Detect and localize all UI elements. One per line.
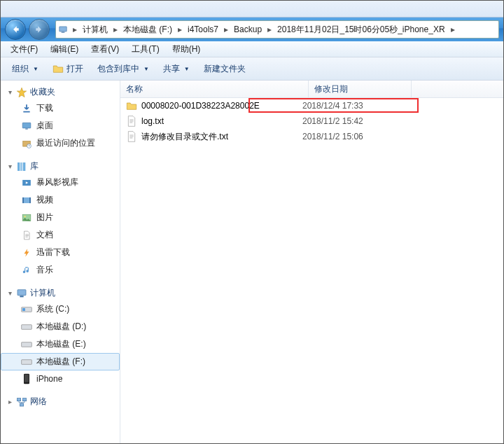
menu-view[interactable]: 查看(V)	[85, 42, 125, 57]
collapse-icon: ▾	[6, 290, 13, 297]
pictures-icon	[21, 212, 32, 223]
svg-point-14	[24, 216, 26, 217]
collapse-icon: ▾	[6, 163, 13, 170]
sidebar-item-baofeng[interactable]: 暴风影视库	[1, 174, 120, 191]
folder-open-icon	[52, 63, 64, 74]
file-date: 2018/12/4 17:33	[297, 101, 388, 111]
favorites-label: 收藏夹	[30, 86, 55, 98]
titlebar-obscured	[1, 1, 503, 18]
svg-rect-16	[20, 296, 23, 297]
documents-icon	[21, 230, 32, 241]
svg-rect-12	[29, 197, 31, 202]
network-label: 网络	[30, 396, 47, 408]
breadcrumb-segment[interactable]: i4Tools7	[185, 25, 221, 34]
chevron-down-icon: ▼	[144, 66, 149, 72]
xunlei-icon	[21, 247, 32, 258]
newfolder-label: 新建文件夹	[204, 63, 246, 75]
nav-pane[interactable]: ▾ 收藏夹 下载 桌面 最近访问的位置 ▾ 库 暴风影视库 视频 图片 文档 迅…	[1, 81, 120, 443]
sidebar-item-label: 下载	[36, 102, 53, 114]
sidebar-item-drive-d[interactable]: 本地磁盘 (D:)	[1, 318, 120, 335]
breadcrumb-segment[interactable]: 2018年11月02日_15时06分05秒_iPhone_XR	[274, 24, 448, 36]
share-button[interactable]: 共享▼	[158, 61, 195, 77]
sidebar-item-desktop[interactable]: 桌面	[1, 117, 120, 134]
network-header[interactable]: ▸ 网络	[1, 394, 120, 409]
favorites-header[interactable]: ▾ 收藏夹	[1, 85, 120, 99]
folder-icon	[126, 100, 137, 111]
svg-rect-11	[22, 197, 24, 202]
file-date: 2018/11/2 15:42	[297, 116, 388, 126]
svg-rect-3	[25, 128, 28, 129]
sidebar-item-label: 暴风影视库	[36, 176, 78, 188]
sidebar-item-label: 本地磁盘 (D:)	[36, 321, 86, 333]
back-button[interactable]	[5, 19, 26, 40]
sidebar-item-label: 文档	[36, 229, 53, 241]
menu-file[interactable]: 文件(F)	[5, 42, 43, 57]
sidebar-item-label: 本地磁盘 (E:)	[36, 338, 86, 350]
video-icon	[21, 195, 32, 206]
video-lib-icon	[21, 177, 32, 188]
menu-tools[interactable]: 工具(T)	[126, 42, 164, 57]
chevron-right-icon: ▸	[175, 25, 185, 34]
chevron-right-icon: ▸	[448, 25, 458, 34]
open-button[interactable]: 打开	[47, 61, 89, 77]
sidebar-item-videos[interactable]: 视频	[1, 191, 120, 209]
file-name: log.txt	[141, 116, 164, 126]
sidebar-item-label: 系统 (C:)	[36, 303, 69, 315]
svg-rect-25	[22, 398, 26, 401]
body-split: ▾ 收藏夹 下载 桌面 最近访问的位置 ▾ 库 暴风影视库 视频 图片 文档 迅…	[1, 81, 503, 443]
organize-label: 组织	[12, 63, 29, 75]
chevron-right-icon: ▸	[265, 25, 274, 34]
menu-help[interactable]: 帮助(H)	[167, 42, 206, 57]
organize-button[interactable]: 组织▼	[6, 61, 44, 77]
list-item[interactable]: log.txt 2018/11/2 15:42	[120, 113, 503, 129]
chevron-right-icon: ▸	[221, 25, 231, 34]
column-name[interactable]: 名称	[120, 81, 309, 97]
drive-sys-icon	[21, 304, 32, 315]
drive-icon	[21, 356, 32, 368]
text-file-icon	[126, 116, 137, 127]
arrow-left-icon	[10, 25, 20, 34]
favorites-group: ▾ 收藏夹 下载 桌面 最近访问的位置	[1, 85, 120, 152]
sidebar-item-music[interactable]: 音乐	[1, 261, 120, 279]
svg-rect-15	[18, 289, 26, 295]
computer-header[interactable]: ▾ 计算机	[1, 286, 120, 300]
sidebar-item-drive-f[interactable]: 本地磁盘 (F:)	[1, 353, 120, 370]
breadcrumb-segment[interactable]: 本地磁盘 (F:)	[120, 24, 175, 36]
list-item[interactable]: 请勿修改目录或文件.txt 2018/11/2 15:06	[120, 129, 503, 144]
sidebar-item-iphone[interactable]: iPhone	[1, 370, 120, 387]
sidebar-item-label: 图片	[36, 211, 53, 223]
column-date[interactable]: 修改日期	[309, 81, 412, 97]
sidebar-item-drive-c[interactable]: 系统 (C:)	[1, 300, 120, 318]
drive-icon	[21, 339, 32, 350]
svg-rect-21	[22, 359, 32, 364]
nav-bar: ▸ 计算机 ▸ 本地磁盘 (F:) ▸ i4Tools7 ▸ Backup ▸ …	[1, 18, 503, 41]
svg-rect-10	[22, 197, 31, 202]
svg-rect-24	[17, 398, 20, 401]
sidebar-item-downloads[interactable]: 下载	[1, 99, 120, 117]
command-bar: 组织▼ 打开 包含到库中▼ 共享▼ 新建文件夹	[1, 57, 503, 81]
include-button[interactable]: 包含到库中▼	[92, 61, 155, 77]
sidebar-item-label: iPhone	[36, 374, 62, 384]
sidebar-item-documents[interactable]: 文档	[1, 226, 120, 244]
svg-rect-18	[22, 308, 25, 311]
libraries-header[interactable]: ▾ 库	[1, 159, 120, 174]
sidebar-item-drive-e[interactable]: 本地磁盘 (E:)	[1, 335, 120, 353]
breadcrumb-segment[interactable]: 计算机	[80, 24, 111, 36]
file-rows[interactable]: 00008020-001D38223A28002E 2018/12/4 17:3…	[120, 98, 503, 443]
star-icon	[16, 87, 27, 98]
collapse-icon: ▾	[6, 89, 13, 96]
sidebar-item-xunlei[interactable]: 迅雷下载	[1, 244, 120, 261]
explorer-window: ▸ 计算机 ▸ 本地磁盘 (F:) ▸ i4Tools7 ▸ Backup ▸ …	[0, 0, 504, 444]
breadcrumb[interactable]: ▸ 计算机 ▸ 本地磁盘 (F:) ▸ i4Tools7 ▸ Backup ▸ …	[55, 20, 499, 39]
list-item[interactable]: 00008020-001D38223A28002E 2018/12/4 17:3…	[120, 98, 503, 113]
sidebar-item-recent[interactable]: 最近访问的位置	[1, 134, 120, 152]
breadcrumb-segment[interactable]: Backup	[231, 25, 265, 34]
iphone-icon	[21, 373, 32, 384]
menu-edit[interactable]: 编辑(E)	[45, 42, 84, 57]
forward-button[interactable]	[29, 19, 50, 40]
chevron-right-icon: ▸	[111, 25, 120, 34]
svg-rect-7	[20, 162, 22, 171]
column-headers: 名称 修改日期	[120, 81, 503, 98]
sidebar-item-pictures[interactable]: 图片	[1, 209, 120, 226]
new-folder-button[interactable]: 新建文件夹	[198, 61, 251, 77]
